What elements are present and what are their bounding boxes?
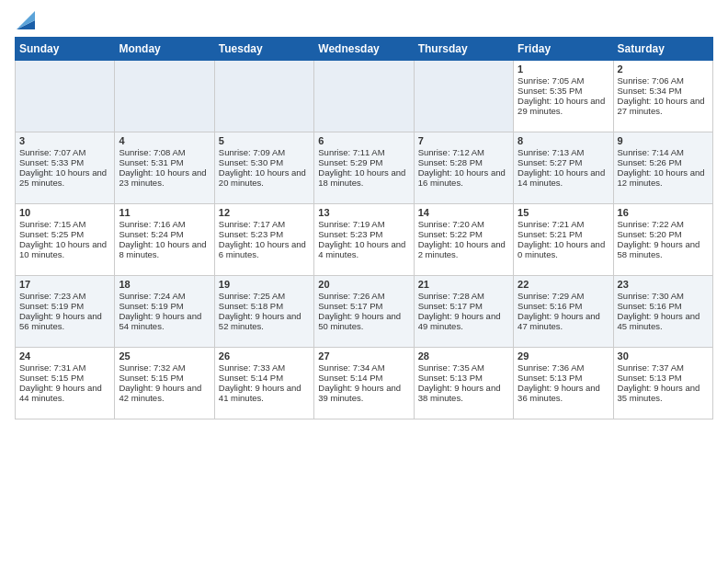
daylight-label: Daylight: 10 hours and 2 minutes. <box>418 239 506 259</box>
sunrise-text: Sunrise: 7:36 AM <box>518 362 584 373</box>
weekday-header-thursday: Thursday <box>414 38 513 61</box>
calendar-cell: 24Sunrise: 7:31 AMSunset: 5:15 PMDayligh… <box>16 348 115 419</box>
daylight-label: Daylight: 10 hours and 8 minutes. <box>119 239 206 259</box>
week-row-5: 24Sunrise: 7:31 AMSunset: 5:15 PMDayligh… <box>16 348 713 419</box>
weekday-header-row: SundayMondayTuesdayWednesdayThursdayFrid… <box>16 38 713 61</box>
day-number: 5 <box>219 135 310 146</box>
daylight-label: Daylight: 10 hours and 16 minutes. <box>418 167 506 188</box>
sunrise-text: Sunrise: 7:17 AM <box>219 219 285 229</box>
sunrise-text: Sunrise: 7:28 AM <box>418 291 484 301</box>
sunset-text: Sunset: 5:13 PM <box>518 373 582 383</box>
day-number: 23 <box>618 279 709 290</box>
day-number: 24 <box>19 350 110 362</box>
sunset-text: Sunset: 5:29 PM <box>318 157 382 167</box>
calendar-cell: 7Sunrise: 7:12 AMSunset: 5:28 PMDaylight… <box>414 132 513 204</box>
sunrise-text: Sunrise: 7:37 AM <box>618 362 684 373</box>
calendar-cell: 11Sunrise: 7:16 AMSunset: 5:24 PMDayligh… <box>115 204 214 276</box>
daylight-label: Daylight: 10 hours and 20 minutes. <box>219 167 306 188</box>
day-number: 16 <box>618 207 709 218</box>
daylight-label: Daylight: 9 hours and 54 minutes. <box>119 311 201 331</box>
sunset-text: Sunset: 5:14 PM <box>318 373 382 383</box>
weekday-header-tuesday: Tuesday <box>214 38 313 61</box>
day-number: 14 <box>418 207 509 218</box>
sunset-text: Sunset: 5:27 PM <box>518 157 582 167</box>
daylight-label: Daylight: 9 hours and 44 minutes. <box>19 383 102 403</box>
daylight-label: Daylight: 9 hours and 52 minutes. <box>219 311 301 331</box>
sunset-text: Sunset: 5:23 PM <box>219 229 283 239</box>
sunset-text: Sunset: 5:13 PM <box>418 373 483 383</box>
sunset-text: Sunset: 5:14 PM <box>219 373 283 383</box>
day-number: 25 <box>119 350 210 362</box>
sunset-text: Sunset: 5:17 PM <box>318 301 382 311</box>
day-number: 12 <box>219 207 310 218</box>
sunset-text: Sunset: 5:28 PM <box>418 157 483 167</box>
sunrise-text: Sunrise: 7:30 AM <box>618 291 684 301</box>
day-number: 20 <box>318 279 409 290</box>
calendar-cell <box>414 61 513 132</box>
sunrise-text: Sunrise: 7:19 AM <box>318 219 384 229</box>
daylight-label: Daylight: 9 hours and 45 minutes. <box>618 311 700 331</box>
day-number: 28 <box>418 350 509 362</box>
sunrise-text: Sunrise: 7:08 AM <box>119 147 185 157</box>
sunrise-text: Sunrise: 7:34 AM <box>318 362 384 373</box>
logo-icon <box>17 11 35 29</box>
day-number: 26 <box>219 350 310 362</box>
daylight-label: Daylight: 10 hours and 12 minutes. <box>618 167 705 188</box>
sunrise-text: Sunrise: 7:06 AM <box>618 75 684 86</box>
calendar-cell: 25Sunrise: 7:32 AMSunset: 5:15 PMDayligh… <box>115 348 214 419</box>
calendar-cell: 27Sunrise: 7:34 AMSunset: 5:14 PMDayligh… <box>314 348 414 419</box>
calendar-cell: 8Sunrise: 7:13 AMSunset: 5:27 PMDaylight… <box>514 132 613 204</box>
calendar-cell: 26Sunrise: 7:33 AMSunset: 5:14 PMDayligh… <box>214 348 313 419</box>
calendar-cell: 28Sunrise: 7:35 AMSunset: 5:13 PMDayligh… <box>414 348 513 419</box>
day-number: 13 <box>318 207 409 218</box>
day-number: 21 <box>418 279 509 290</box>
daylight-label: Daylight: 10 hours and 4 minutes. <box>318 239 405 259</box>
sunrise-text: Sunrise: 7:16 AM <box>119 219 185 229</box>
daylight-label: Daylight: 9 hours and 35 minutes. <box>618 383 700 403</box>
day-number: 15 <box>518 207 609 218</box>
sunset-text: Sunset: 5:19 PM <box>119 301 183 311</box>
day-number: 7 <box>418 135 509 146</box>
day-number: 9 <box>618 135 709 146</box>
calendar-cell: 19Sunrise: 7:25 AMSunset: 5:18 PMDayligh… <box>214 276 313 348</box>
daylight-label: Daylight: 10 hours and 23 minutes. <box>119 167 206 188</box>
daylight-label: Daylight: 9 hours and 36 minutes. <box>518 383 600 403</box>
day-number: 6 <box>318 135 409 146</box>
sunrise-text: Sunrise: 7:21 AM <box>518 219 584 229</box>
day-number: 19 <box>219 279 310 290</box>
sunset-text: Sunset: 5:15 PM <box>119 373 183 383</box>
sunset-text: Sunset: 5:33 PM <box>19 157 84 167</box>
week-row-3: 10Sunrise: 7:15 AMSunset: 5:25 PMDayligh… <box>16 204 713 276</box>
sunset-text: Sunset: 5:24 PM <box>119 229 183 239</box>
sunrise-text: Sunrise: 7:13 AM <box>518 147 584 157</box>
daylight-label: Daylight: 10 hours and 18 minutes. <box>318 167 405 188</box>
sunset-text: Sunset: 5:20 PM <box>618 229 682 239</box>
calendar-cell: 1Sunrise: 7:05 AMSunset: 5:35 PMDaylight… <box>514 61 613 132</box>
daylight-label: Daylight: 9 hours and 41 minutes. <box>219 383 301 403</box>
daylight-label: Daylight: 9 hours and 56 minutes. <box>19 311 102 331</box>
sunrise-text: Sunrise: 7:35 AM <box>418 362 484 373</box>
day-number: 22 <box>518 279 609 290</box>
sunset-text: Sunset: 5:26 PM <box>618 157 682 167</box>
calendar-cell <box>314 61 414 132</box>
sunrise-text: Sunrise: 7:05 AM <box>518 75 584 86</box>
daylight-label: Daylight: 9 hours and 38 minutes. <box>418 383 501 403</box>
daylight-label: Daylight: 10 hours and 0 minutes. <box>518 239 605 259</box>
sunset-text: Sunset: 5:15 PM <box>19 373 84 383</box>
calendar-cell: 10Sunrise: 7:15 AMSunset: 5:25 PMDayligh… <box>16 204 115 276</box>
sunset-text: Sunset: 5:16 PM <box>518 301 582 311</box>
sunset-text: Sunset: 5:16 PM <box>618 301 682 311</box>
sunset-text: Sunset: 5:13 PM <box>618 373 682 383</box>
day-number: 11 <box>119 207 210 218</box>
week-row-4: 17Sunrise: 7:23 AMSunset: 5:19 PMDayligh… <box>16 276 713 348</box>
calendar-table: SundayMondayTuesdayWednesdayThursdayFrid… <box>15 37 713 419</box>
calendar-cell <box>115 61 214 132</box>
sunset-text: Sunset: 5:30 PM <box>219 157 283 167</box>
page: SundayMondayTuesdayWednesdayThursdayFrid… <box>0 0 728 427</box>
sunrise-text: Sunrise: 7:31 AM <box>19 362 85 373</box>
calendar-cell: 4Sunrise: 7:08 AMSunset: 5:31 PMDaylight… <box>115 132 214 204</box>
calendar-cell: 29Sunrise: 7:36 AMSunset: 5:13 PMDayligh… <box>514 348 613 419</box>
sunset-text: Sunset: 5:21 PM <box>518 229 582 239</box>
calendar-cell: 16Sunrise: 7:22 AMSunset: 5:20 PMDayligh… <box>613 204 712 276</box>
calendar-cell: 23Sunrise: 7:30 AMSunset: 5:16 PMDayligh… <box>613 276 712 348</box>
